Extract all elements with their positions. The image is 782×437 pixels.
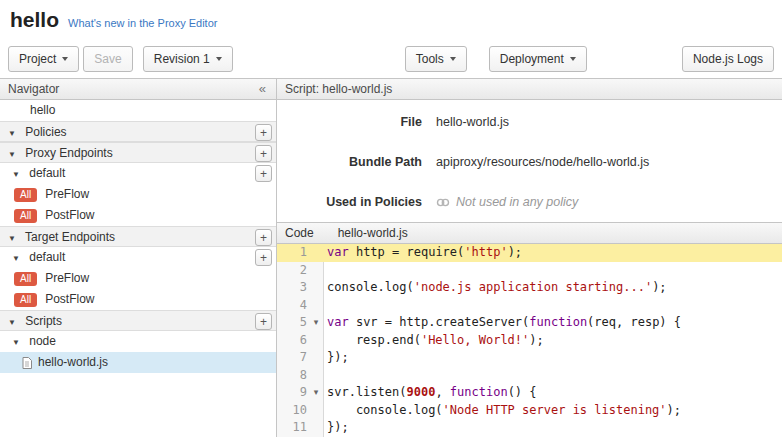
code-text bbox=[322, 262, 782, 280]
code-tab-label[interactable]: Code bbox=[285, 226, 314, 240]
caret-down-icon: ▼ bbox=[8, 129, 16, 138]
fold-gutter bbox=[310, 349, 322, 367]
tools-menu-button[interactable]: Tools bbox=[405, 46, 467, 72]
line-number: 2 bbox=[277, 262, 310, 280]
navigator-section-target-endpoints[interactable]: ▼ Target Endpoints + bbox=[0, 226, 276, 247]
code-line[interactable]: 9▾svr.listen(9000, function() { bbox=[277, 384, 782, 402]
code-header: Code hello-world.js bbox=[277, 222, 782, 244]
all-badge: All bbox=[14, 293, 37, 307]
fold-caret-icon[interactable]: ▾ bbox=[310, 384, 322, 402]
line-number: 10 bbox=[277, 402, 310, 420]
navigator-title: Navigator bbox=[8, 79, 59, 99]
line-number: 11 bbox=[277, 419, 310, 437]
code-line[interactable]: 4 bbox=[277, 297, 782, 315]
code-text: svr.listen(9000, function() { bbox=[322, 384, 782, 402]
revision-menu-button[interactable]: Revision 1 bbox=[143, 46, 233, 72]
line-number: 8 bbox=[277, 367, 310, 385]
navigator-file-hello-world-js[interactable]: hello-world.js bbox=[0, 352, 276, 373]
line-number: 6 bbox=[277, 332, 310, 350]
code-text: console.log('Node HTTP server is listeni… bbox=[322, 402, 782, 420]
code-line[interactable]: 1var http = require('http'); bbox=[277, 244, 782, 262]
section-label: Scripts bbox=[25, 314, 62, 328]
navigator-proxy-postflow[interactable]: All PostFlow bbox=[0, 205, 276, 226]
line-number: 3 bbox=[277, 279, 310, 297]
dropdown-caret-icon bbox=[570, 57, 576, 61]
code-line[interactable]: 2 bbox=[277, 262, 782, 280]
file-label: hello-world.js bbox=[38, 352, 108, 373]
code-text: resp.end('Hello, World!'); bbox=[322, 332, 782, 350]
caret-down-icon: ▼ bbox=[12, 254, 20, 263]
fold-gutter bbox=[310, 297, 322, 315]
navigator-target-postflow[interactable]: All PostFlow bbox=[0, 289, 276, 310]
navigator-proxy-endpoint-default[interactable]: ▼ default + bbox=[0, 163, 276, 184]
script-details: File hello-world.js Bundle Path apiproxy… bbox=[277, 100, 782, 222]
navigator-header: Navigator « bbox=[0, 78, 276, 100]
nodejs-logs-button[interactable]: Node.js Logs bbox=[682, 46, 774, 72]
dropdown-caret-icon bbox=[216, 57, 222, 61]
code-line[interactable]: 8 bbox=[277, 367, 782, 385]
fold-gutter bbox=[310, 332, 322, 350]
script-panel-header: Script: hello-world.js bbox=[277, 78, 782, 100]
caret-down-icon: ▼ bbox=[12, 338, 20, 347]
field-used-in-policies: Used in Policies Not used in any policy bbox=[277, 182, 782, 222]
navigator-panel: Navigator « hello ▼ Policies + ▼ Proxy E… bbox=[0, 78, 277, 437]
file-field-value: hello-world.js bbox=[436, 115, 509, 129]
proxy-editor-app: hello What's new in the Proxy Editor Pro… bbox=[0, 0, 782, 437]
code-text bbox=[322, 367, 782, 385]
add-target-endpoint-button[interactable]: + bbox=[255, 229, 272, 246]
fold-gutter bbox=[310, 402, 322, 420]
all-badge: All bbox=[14, 272, 37, 286]
line-number: 9 bbox=[277, 384, 310, 402]
tools-label: Tools bbox=[416, 52, 444, 66]
code-text: var http = require('http'); bbox=[322, 244, 782, 262]
code-line[interactable]: 3console.log('node.js application starti… bbox=[277, 279, 782, 297]
code-line[interactable]: 7}); bbox=[277, 349, 782, 367]
fold-gutter bbox=[310, 262, 322, 280]
app-header: hello What's new in the Proxy Editor bbox=[0, 0, 782, 40]
flow-label: PreFlow bbox=[45, 184, 89, 205]
bundle-path-field-label: Bundle Path bbox=[277, 155, 422, 169]
script-panel: Script: hello-world.js File hello-world.… bbox=[277, 78, 782, 437]
code-line[interactable]: 5▾var svr = http.createServer(function(r… bbox=[277, 314, 782, 332]
bundle-path-field-value: apiproxy/resources/node/hello-world.js bbox=[436, 155, 649, 169]
fold-caret-icon[interactable]: ▾ bbox=[310, 314, 322, 332]
navigator-proxy-preflow[interactable]: All PreFlow bbox=[0, 184, 276, 205]
navigator-scripts-node[interactable]: ▼ node bbox=[0, 331, 276, 352]
caret-down-icon: ▼ bbox=[8, 150, 16, 159]
code-area[interactable]: 1var http = require('http');23console.lo… bbox=[277, 244, 782, 437]
section-label: Policies bbox=[25, 125, 66, 139]
code-filename: hello-world.js bbox=[338, 226, 408, 240]
fold-gutter bbox=[310, 279, 322, 297]
collapse-sidebar-button[interactable]: « bbox=[257, 79, 268, 99]
file-field-label: File bbox=[277, 115, 422, 129]
code-text: }); bbox=[322, 419, 782, 437]
revision-label: Revision 1 bbox=[154, 52, 210, 66]
code-line[interactable]: 6 resp.end('Hello, World!'); bbox=[277, 332, 782, 350]
add-proxy-endpoint-button[interactable]: + bbox=[255, 145, 272, 162]
save-button[interactable]: Save bbox=[83, 46, 132, 72]
code-line[interactable]: 10 console.log('Node HTTP server is list… bbox=[277, 402, 782, 420]
flow-label: PreFlow bbox=[45, 268, 89, 289]
toolbar: Project Save Revision 1 Tools Deployment… bbox=[0, 40, 782, 78]
deployment-menu-button[interactable]: Deployment bbox=[489, 46, 587, 72]
add-script-button[interactable]: + bbox=[255, 313, 272, 330]
whats-new-link[interactable]: What's new in the Proxy Editor bbox=[68, 17, 217, 29]
navigator-target-preflow[interactable]: All PreFlow bbox=[0, 268, 276, 289]
broken-link-icon bbox=[436, 197, 450, 208]
subsection-label: node bbox=[29, 334, 56, 348]
navigator-section-scripts[interactable]: ▼ Scripts + bbox=[0, 310, 276, 331]
navigator-target-endpoint-default[interactable]: ▼ default + bbox=[0, 247, 276, 268]
navigator-section-proxy-endpoints[interactable]: ▼ Proxy Endpoints + bbox=[0, 142, 276, 163]
caret-down-icon: ▼ bbox=[8, 318, 16, 327]
line-number: 4 bbox=[277, 297, 310, 315]
add-target-flow-button[interactable]: + bbox=[255, 249, 272, 266]
code-line[interactable]: 11}); bbox=[277, 419, 782, 437]
project-menu-button[interactable]: Project bbox=[8, 46, 79, 72]
caret-down-icon: ▼ bbox=[8, 234, 16, 243]
add-proxy-flow-button[interactable]: + bbox=[255, 165, 272, 182]
add-policy-button[interactable]: + bbox=[255, 124, 272, 141]
navigator-item-hello[interactable]: hello bbox=[0, 100, 276, 121]
navigator-section-policies[interactable]: ▼ Policies + bbox=[0, 121, 276, 142]
file-icon bbox=[22, 357, 32, 369]
line-number: 1 bbox=[277, 244, 310, 262]
